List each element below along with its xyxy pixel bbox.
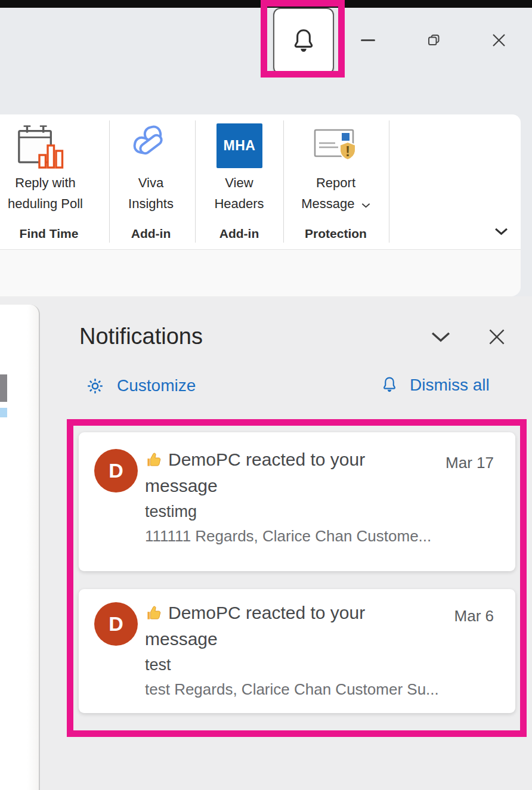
notification-card[interactable]: D Mar 6 DemoPC reacted to your message t… [79,589,515,713]
report-message-icon[interactable]: ! [313,126,359,166]
panel-collapse-button[interactable] [431,331,451,343]
restore-button[interactable] [428,34,440,47]
viva-insights-icon[interactable] [131,125,170,164]
ribbon-item-label: heduling Poll [0,193,99,214]
card-title-line1: DemoPC reacted to your [168,450,365,469]
minimize-button[interactable] [361,39,375,41]
card-title-line2: message [145,476,218,495]
notification-bell-button[interactable] [273,8,334,75]
avatar-initial: D [109,612,123,636]
card-preview: 111111 Regards, Clarice Chan Custome... [145,524,449,548]
card-subject: testimg [145,499,449,524]
ribbon-item-label-row: Message [285,193,386,214]
ribbon-item-label: Headers [188,193,290,214]
ribbon-item-label: View [188,172,290,193]
ribbon-separator [389,120,389,243]
dismiss-all-button[interactable]: Dismiss all [381,375,490,395]
thumbs-up-icon [145,604,163,622]
gear-icon [86,377,104,395]
customize-button[interactable]: Customize [86,376,196,395]
customize-label: Customize [117,376,196,395]
card-preview: test Regards, Clarice Chan Customer Su..… [145,677,449,701]
card-title-line1: DemoPC reacted to your [168,603,365,622]
mha-badge-text: MHA [224,138,256,154]
ribbon-expand-chevron[interactable] [494,227,508,236]
ribbon-group-strip [0,249,521,296]
ribbon-group-add-in: Add-in [191,226,287,241]
bell-icon [290,26,317,56]
ribbon-item-label: Viva [100,172,202,193]
card-title-line2: message [145,629,218,649]
bar-chart-icon [38,143,64,169]
outlook-window: Reply with heduling Poll Find Time Viva … [0,0,532,790]
card-subject: test [145,652,449,677]
thumbs-up-icon [145,451,163,469]
ribbon-item-viva-insights[interactable]: Viva Insights [100,172,202,214]
message-list-fragment [0,408,7,417]
avatar: D [94,449,138,492]
ribbon-item-label: Report [285,172,386,193]
card-title: DemoPC reacted to your message [145,447,431,499]
dismiss-all-label: Dismiss all [410,376,490,395]
ribbon-item-label: Reply with [0,172,99,193]
panel-title: Notifications [79,323,203,350]
svg-text:!: ! [345,143,350,159]
close-icon [492,33,506,47]
restore-icon [428,34,440,47]
mha-icon[interactable]: MHA [216,123,262,168]
card-date: Mar 6 [454,607,494,625]
ribbon-item-reply-with-scheduling-poll[interactable]: Reply with heduling Poll [0,172,99,214]
ribbon-group-find-time: Find Time [1,226,97,241]
ribbon-item-report-message[interactable]: Report Message [285,172,386,214]
panel-close-button[interactable] [488,329,505,345]
avatar: D [94,602,138,646]
ribbon-item-view-headers[interactable]: View Headers [188,172,290,214]
ribbon-group-add-in: Add-in [103,226,199,241]
message-list-fragment [0,374,7,402]
ribbon-item-label: Message [301,196,354,211]
avatar-initial: D [109,459,123,482]
ribbon-item-label: Insights [100,193,202,214]
bell-icon [381,375,398,395]
close-button[interactable] [492,33,506,47]
chevron-down-icon [361,203,370,208]
card-date: Mar 17 [446,454,494,472]
notification-card[interactable]: D Mar 17 DemoPC reacted to your message … [79,432,515,571]
ribbon-group-protection: Protection [288,226,383,241]
card-title: DemoPC reacted to your message [145,600,431,652]
screen-top-strip [0,0,532,8]
